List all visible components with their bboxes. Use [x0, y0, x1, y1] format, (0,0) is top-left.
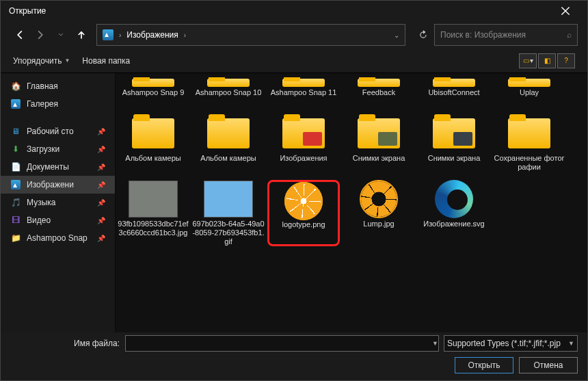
- forward-button[interactable]: [31, 25, 50, 44]
- chevron-right-icon: ›: [119, 31, 121, 39]
- pin-icon: 📌: [97, 235, 105, 242]
- pictures-icon: [103, 29, 113, 40]
- folder-tile[interactable]: Изображения: [267, 114, 340, 172]
- download-icon: ⬇: [10, 144, 21, 155]
- folder-tile[interactable]: UbisoftConnect: [418, 77, 490, 106]
- open-button[interactable]: Открыть: [455, 357, 513, 373]
- folder-icon: [433, 118, 475, 148]
- arrow-up-icon: [77, 30, 86, 40]
- new-folder-button[interactable]: Новая папка: [82, 56, 130, 66]
- file-tile[interactable]: 93fb1098533dbc71ef3c6660ccd61bc3.jpg: [117, 180, 189, 246]
- folder-tile[interactable]: Снимки экрана: [343, 114, 415, 172]
- file-label: Снимки экрана: [418, 154, 490, 172]
- chevron-down-icon: ▼: [568, 340, 574, 347]
- chevron-down-icon[interactable]: ▼: [432, 340, 438, 347]
- file-label: 93fb1098533dbc71ef3c6660ccd61bc3.jpg: [117, 220, 189, 237]
- filename-input[interactable]: [125, 335, 439, 352]
- file-tile[interactable]: 697b023b-64a5-49a0-8059-27b693453fb1.gif: [192, 180, 265, 246]
- layout-icon: ▭: [523, 57, 529, 64]
- pin-icon: 📌: [97, 199, 105, 207]
- file-label: Ashampoo Snap 10: [192, 88, 265, 106]
- sidebar-item-desktop[interactable]: 🖥Рабочий сто📌: [1, 122, 115, 140]
- preview-pane-button[interactable]: ◧: [538, 53, 556, 68]
- command-bar: Упорядочить▼ Новая папка ▭▾ ◧ ?: [1, 49, 587, 73]
- sidebar-item-video[interactable]: 🎞Видео📌: [1, 211, 115, 229]
- folder-icon: [207, 118, 250, 148]
- filename-row: Имя файла: ▼ Supported Types (*.tif;*.jf…: [1, 332, 587, 354]
- chevron-down-icon[interactable]: ⌄: [394, 31, 399, 39]
- pin-icon: 📌: [97, 146, 105, 153]
- file-label: Ashampoo Snap 9: [117, 88, 189, 106]
- chevron-right-icon: ›: [184, 31, 186, 39]
- sidebar-item-documents[interactable]: 📄Документы📌: [1, 158, 115, 176]
- pin-icon: 📌: [97, 181, 105, 189]
- file-label: 697b023b-64a5-49a0-8059-27b693453fb1.gif: [192, 220, 265, 246]
- file-label: Изображение.svg: [418, 220, 490, 237]
- sidebar-item-gallery[interactable]: Галерея: [1, 95, 115, 113]
- address-bar[interactable]: › Изображения › ⌄: [96, 24, 405, 46]
- nav-row: › Изображения › ⌄ Поиск в: Изображения ⌕: [1, 21, 587, 49]
- folder-tile[interactable]: Альбом камеры: [192, 114, 265, 172]
- orange-icon: [284, 182, 323, 220]
- close-button[interactable]: [552, 1, 579, 21]
- arrow-right-icon: [36, 30, 45, 40]
- sidebar-item-downloads[interactable]: ⬇Загрузки📌: [1, 140, 115, 158]
- preview-icon: ◧: [544, 57, 550, 64]
- sidebar: 🏠Главная Галерея 🖥Рабочий сто📌 ⬇Загрузки…: [1, 73, 116, 332]
- sidebar-item-music[interactable]: 🎵Музыка📌: [1, 194, 115, 211]
- file-tile[interactable]: Lump.jpg: [343, 180, 415, 246]
- folder-tile[interactable]: Сохраненные фотографии: [493, 114, 565, 172]
- folder-tile[interactable]: Ashampoo Snap 9: [117, 77, 189, 106]
- folder-icon: 📁: [10, 233, 21, 244]
- pin-icon: 📌: [97, 128, 105, 135]
- recent-dropdown[interactable]: [51, 25, 70, 44]
- pin-icon: 📌: [97, 163, 105, 171]
- music-icon: 🎵: [10, 197, 21, 208]
- folder-icon: [358, 118, 400, 148]
- file-label: Ashampoo Snap 11: [267, 88, 340, 106]
- file-tile[interactable]: logotype.png: [267, 180, 340, 246]
- folder-icon: [282, 118, 325, 148]
- close-icon: [561, 6, 570, 16]
- folder-tile[interactable]: Альбом камеры: [117, 114, 189, 172]
- organize-menu[interactable]: Упорядочить▼: [13, 56, 70, 66]
- folder-icon: [282, 79, 325, 87]
- orange-icon: [360, 180, 398, 218]
- search-box[interactable]: Поиск в: Изображения ⌕: [434, 24, 578, 46]
- file-row: Ashampoo Snap 9Ashampoo Snap 10Ashampoo …: [116, 76, 587, 113]
- file-area[interactable]: Ashampoo Snap 9Ashampoo Snap 10Ashampoo …: [116, 73, 587, 332]
- file-tile[interactable]: Изображение.svg: [418, 180, 490, 246]
- folder-tile[interactable]: Feedback: [343, 77, 415, 106]
- sidebar-item-pictures[interactable]: Изображени📌: [1, 176, 115, 194]
- home-icon: 🏠: [10, 81, 21, 92]
- view-mode-button[interactable]: ▭▾: [519, 53, 537, 68]
- folder-icon: [207, 79, 250, 87]
- file-label: Uplay: [493, 88, 565, 106]
- folder-icon: [508, 79, 550, 87]
- sidebar-item-home[interactable]: 🏠Главная: [1, 77, 115, 95]
- open-dialog: Открытие › Изображения › ⌄ Поиск в: Изоб…: [0, 0, 588, 381]
- window-title: Открытие: [9, 6, 46, 16]
- image-thumbnail: [204, 181, 253, 218]
- folder-tile[interactable]: Снимки экрана: [418, 114, 490, 172]
- help-button[interactable]: ?: [557, 53, 575, 68]
- search-placeholder: Поиск в: Изображения: [440, 30, 526, 40]
- up-button[interactable]: [72, 25, 91, 44]
- back-button[interactable]: [10, 25, 29, 44]
- sidebar-item-ashampoo[interactable]: 📁Ashampoo Snap📌: [1, 229, 115, 247]
- gallery-icon: [10, 98, 21, 109]
- file-label: Сохраненные фотографии: [493, 154, 565, 172]
- cancel-button[interactable]: Отмена: [519, 357, 578, 373]
- folder-tile[interactable]: Uplay: [493, 77, 565, 106]
- chevron-down-icon: ▾: [530, 57, 533, 64]
- filetype-select[interactable]: Supported Types (*.tif;*.jfif;*.pjp▼: [444, 335, 578, 352]
- button-row: Открыть Отмена: [1, 354, 587, 380]
- folder-icon: [508, 118, 550, 148]
- refresh-button[interactable]: [414, 24, 433, 46]
- folder-tile[interactable]: Ashampoo Snap 10: [192, 77, 265, 106]
- file-label: Изображения: [267, 154, 340, 172]
- folder-tile[interactable]: Ashampoo Snap 11: [267, 77, 340, 106]
- file-label: Снимки экрана: [343, 154, 415, 172]
- path-segment: Изображения: [126, 30, 178, 40]
- file-label: UbisoftConnect: [418, 88, 490, 106]
